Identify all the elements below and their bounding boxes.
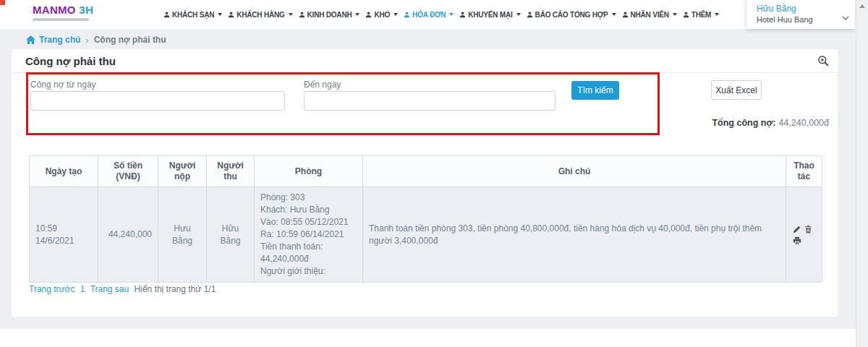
cell-created: 10:59 14/6/2021	[30, 187, 98, 283]
top-navbar: MANMO 3H KHÁCH SẠN KHÁCH HÀNG KINH DOANH	[0, 0, 868, 29]
to-date-input[interactable]	[304, 91, 556, 111]
col-header-actions: Thao tác	[786, 156, 822, 187]
chevron-down-icon	[449, 13, 454, 16]
table-row: 10:59 14/6/2021 44,240,000 Hưu Bằng Hữu …	[30, 187, 822, 283]
user-name: Hữu Bằng	[757, 3, 839, 14]
chevron-down-icon	[355, 13, 359, 16]
pagination-page-1[interactable]: 1	[80, 284, 85, 294]
nav-item-label: KHUYẾN MẠI	[468, 11, 512, 19]
room-line: Tiền thanh toán: 44,240,000đ	[260, 241, 357, 265]
pagination: Trang trước 1 Trang sau Hiển thị trang t…	[29, 284, 216, 294]
user-menu[interactable]: Hữu Bằng Hotel Huu Bang	[746, 0, 855, 29]
nav-item-nhan-vien[interactable]: NHÂN VIÊN	[619, 0, 680, 29]
nav-item-kinh-doanh[interactable]: KINH DOANH	[296, 0, 363, 29]
cell-payer: Hưu Bằng	[158, 187, 207, 283]
arrow-up-icon[interactable]	[859, 4, 865, 8]
breadcrumb-home-link[interactable]: Trang chủ	[26, 35, 80, 45]
user-icon	[404, 12, 410, 18]
col-header-receiver: Người thu	[207, 156, 255, 187]
page-title: Công nợ phải thu	[25, 55, 116, 67]
panel-divider	[12, 72, 838, 73]
user-hotel-name: Hotel Huu Bang	[757, 14, 839, 25]
chevron-down-icon	[393, 13, 398, 16]
user-icon	[459, 12, 466, 18]
zoom-in-icon[interactable]	[817, 55, 830, 68]
brand-logo-suffix: 3H	[79, 4, 93, 16]
cell-note: Thanh toán tiền phòng 303, tiền phòng 40…	[363, 187, 786, 283]
chevron-down-icon	[289, 13, 293, 16]
user-icon	[228, 12, 234, 18]
nav-item-bao-cao-tong-hop[interactable]: BÁO CÁO TỔNG HỢP	[524, 0, 619, 29]
pagination-next-link[interactable]: Trang sau	[90, 284, 129, 294]
nav-item-label: KINH DOANH	[307, 11, 352, 19]
col-header-payer: Người nộp	[158, 156, 207, 187]
total-debt-label: Tổng công nợ:	[712, 118, 775, 128]
receivables-panel: Công nợ phải thu Công nợ từ ngày Đến ngà…	[12, 49, 838, 317]
chevron-down-icon	[516, 13, 521, 16]
user-icon	[683, 12, 689, 18]
brand-logo-primary: MANMO	[33, 4, 76, 16]
room-line: Người giới thiệu:	[260, 265, 357, 278]
logo-tagline	[33, 18, 89, 21]
nav-item-label: HÓA ĐƠN	[412, 11, 446, 19]
user-icon	[163, 12, 170, 18]
user-icon	[365, 12, 372, 18]
edit-pencil-icon[interactable]	[793, 225, 801, 234]
receivables-table: Ngày tạo Số tiền (VNĐ) Người nộp Người t…	[29, 155, 822, 283]
row-actions	[793, 225, 816, 245]
col-header-amount: Số tiền (VNĐ)	[98, 156, 158, 187]
chevron-down-icon	[715, 13, 719, 16]
breadcrumb: Trang chủ › Công nợ phải thu	[26, 33, 166, 46]
chevron-down-icon	[218, 13, 222, 16]
nav-item-label: KHÁCH SẠN	[172, 11, 214, 19]
from-date-input[interactable]	[30, 91, 285, 111]
to-date-label: Đến ngày	[304, 80, 341, 90]
col-header-note: Ghi chú	[363, 156, 786, 187]
nav-item-label: KHO	[374, 11, 390, 19]
chevron-down-icon	[842, 11, 849, 24]
nav-item-khach-san[interactable]: KHÁCH SẠN	[161, 0, 225, 29]
pagination-prev-link[interactable]: Trang trước	[29, 284, 75, 294]
total-debt: Tổng công nợ:44,240,000đ	[712, 118, 829, 128]
breadcrumb-current: Công nợ phải thu	[94, 35, 166, 45]
breadcrumb-home-label: Trang chủ	[39, 35, 80, 45]
user-icon	[299, 12, 305, 18]
col-header-room: Phòng	[255, 156, 363, 187]
main-nav: KHÁCH SẠN KHÁCH HÀNG KINH DOANH KHO HÓA	[161, 0, 660, 29]
nav-item-kho[interactable]: KHO	[362, 0, 401, 29]
table-header-row: Ngày tạo Số tiền (VNĐ) Người nộp Người t…	[30, 156, 822, 187]
printer-icon[interactable]	[793, 236, 801, 245]
brand-logo[interactable]: MANMO 3H	[33, 4, 93, 21]
cell-actions	[786, 187, 822, 283]
breadcrumb-separator: ›	[85, 35, 88, 46]
user-icon	[527, 12, 533, 18]
user-icon	[622, 12, 629, 18]
export-excel-button[interactable]: Xuất Excel	[711, 80, 762, 100]
created-time: 10:59	[35, 223, 92, 235]
cell-room-details: Phòng: 303 Khách: Hưu Bằng Vào: 08:55 05…	[255, 187, 363, 283]
page: MANMO 3H KHÁCH SẠN KHÁCH HÀNG KINH DOANH	[0, 0, 868, 347]
room-line: Vào: 08:55 05/12/2021	[260, 216, 357, 228]
chevron-down-icon	[673, 13, 677, 16]
nav-item-them[interactable]: THÊM	[680, 0, 723, 29]
nav-item-label: NHÂN VIÊN	[631, 11, 669, 19]
nav-item-label: KHÁCH HÀNG	[237, 11, 284, 19]
pagination-info: Hiển thị trang thứ 1/1	[135, 284, 216, 294]
chevron-down-icon	[612, 13, 616, 16]
total-debt-value: 44,240,000đ	[778, 118, 829, 128]
nav-item-hoa-don[interactable]: HÓA ĐƠN	[401, 0, 456, 29]
corner-red-flag	[0, 0, 5, 5]
created-date: 14/6/2021	[35, 235, 92, 247]
nav-item-label: BÁO CÁO TỔNG HỢP	[535, 11, 608, 19]
col-header-created: Ngày tạo	[30, 156, 98, 187]
cell-amount: 44,240,000	[98, 187, 158, 283]
cell-receiver: Hữu Bằng	[207, 187, 255, 283]
room-line: Phòng: 303	[260, 192, 357, 204]
nav-item-khach-hang[interactable]: KHÁCH HÀNG	[225, 0, 295, 29]
nav-item-label: THÊM	[692, 11, 712, 19]
nav-item-khuyen-mai[interactable]: KHUYẾN MẠI	[456, 0, 523, 29]
search-button[interactable]: Tìm kiếm	[571, 81, 619, 100]
room-line: Khách: Hưu Bằng	[260, 204, 357, 216]
vertical-scrollbar[interactable]	[856, 0, 868, 347]
trash-icon[interactable]	[804, 225, 813, 234]
